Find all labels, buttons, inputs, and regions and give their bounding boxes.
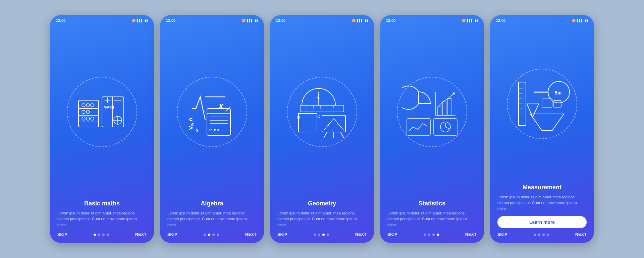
next-button-5[interactable]: NEXT — [575, 232, 587, 237]
wifi-icon-2: 📶 — [242, 19, 246, 22]
screen-title-5: Measurement — [497, 184, 587, 191]
svg-rect-78 — [554, 101, 561, 107]
dot-2-2 — [208, 234, 210, 236]
status-time-1: 12:00 — [56, 18, 65, 22]
status-icons-3: 📶 ▌▌▌ ▮▮ — [352, 19, 368, 22]
status-bar-4: 12:00 📶 ▌▌▌ ▮▮ — [380, 15, 484, 24]
dashed-circle-5: 5m — [507, 69, 577, 139]
dot-1-2 — [98, 234, 100, 236]
status-icons-4: 📶 ▌▌▌ ▮▮ — [462, 19, 478, 22]
wifi-icon-5: 📶 — [572, 19, 576, 22]
next-button-1[interactable]: NEXT — [135, 232, 147, 237]
dot-5-4 — [547, 234, 549, 236]
measurement-icon: 5m — [512, 74, 572, 134]
skip-button-4[interactable]: SKIP — [387, 232, 397, 237]
dashed-circle-2: x a²+b²= < > ≤ ≥ — [177, 77, 247, 147]
signal-icon: ▌▌▌ — [137, 19, 143, 22]
signal-icon-2: ▌▌▌ — [247, 19, 253, 22]
text-section-3: Geometry Lorem ipsum dolor sit dim amet,… — [270, 200, 374, 232]
svg-point-8 — [86, 110, 90, 114]
dot-2-4 — [217, 234, 219, 236]
icon-area-2: x a²+b²= < > ≤ ≥ — [160, 24, 264, 200]
wifi-icon-3: 📶 — [352, 19, 356, 22]
screen-basic-maths: 12:00 📶 ▌▌▌ ▮▮ — [50, 15, 154, 243]
screen-body-2: Lorem ipsum dolor sit dim amet, mea regi… — [167, 210, 257, 228]
next-button-4[interactable]: NEXT — [465, 232, 477, 237]
svg-rect-57 — [443, 102, 446, 115]
skip-button-3[interactable]: SKIP — [277, 232, 287, 237]
dot-5-2 — [538, 234, 540, 236]
wifi-icon: 📶 — [132, 19, 136, 22]
svg-line-64 — [445, 127, 449, 129]
status-bar-5: 12:00 📶 ▌▌▌ ▮▮ — [490, 15, 594, 24]
battery-icon-2: ▮▮ — [255, 19, 258, 22]
dot-5-3 — [542, 234, 545, 236]
status-time-3: 12:00 — [276, 18, 285, 22]
statistics-icon — [402, 82, 462, 142]
screen-geometry: 12:00 📶 ▌▌▌ ▮▮ — [270, 15, 374, 243]
next-button-3[interactable]: NEXT — [355, 232, 367, 237]
dots-4 — [424, 234, 439, 236]
dot-2-3 — [212, 234, 215, 236]
signal-icon-5: ▌▌▌ — [577, 19, 583, 22]
svg-line-53 — [340, 132, 344, 138]
dot-1-1 — [94, 234, 96, 236]
svg-rect-56 — [438, 107, 441, 115]
skip-button-2[interactable]: SKIP — [167, 232, 177, 237]
basic-maths-icon: MATH — [72, 82, 132, 142]
dots-1 — [94, 234, 109, 236]
svg-point-59 — [453, 92, 455, 94]
svg-text:≥: ≥ — [196, 128, 199, 133]
svg-point-10 — [86, 117, 90, 120]
learn-more-button[interactable]: Learn more — [497, 216, 587, 228]
battery-icon: ▮▮ — [145, 19, 148, 22]
signal-icon-3: ▌▌▌ — [357, 19, 363, 22]
screen-algebra: 12:00 📶 ▌▌▌ ▮▮ x — [160, 15, 264, 243]
icon-area-5: 5m — [490, 24, 594, 184]
icon-area-3: A B C a b c — [270, 24, 374, 200]
dot-4-2 — [428, 234, 430, 236]
battery-icon-4: ▮▮ — [475, 19, 478, 22]
text-section-1: Basic maths Lorem ipsum dolor sit dim am… — [50, 200, 154, 232]
svg-text:≤: ≤ — [191, 122, 194, 127]
status-icons-2: 📶 ▌▌▌ ▮▮ — [242, 19, 258, 22]
skip-button-1[interactable]: SKIP — [57, 232, 67, 237]
dot-3-3 — [322, 234, 325, 236]
dot-3-1 — [314, 234, 316, 236]
svg-text:MATH: MATH — [104, 105, 114, 109]
dashed-circle-4 — [397, 77, 467, 147]
svg-point-5 — [86, 104, 90, 107]
svg-point-7 — [82, 110, 85, 114]
icon-area-4 — [380, 24, 484, 200]
text-section-2: Algebra Lorem ipsum dolor sit dim amet, … — [160, 200, 264, 232]
screen-body-3: Lorem ipsum dolor sit dim amet, mea regi… — [277, 210, 367, 228]
dot-1-4 — [107, 234, 109, 236]
bottom-nav-3: SKIP NEXT — [270, 232, 374, 243]
status-time-2: 12:00 — [166, 18, 175, 22]
geometry-icon: A B C a b c — [292, 82, 352, 142]
svg-rect-47 — [322, 115, 345, 132]
svg-marker-76 — [527, 104, 539, 117]
screen-title-2: Algebra — [167, 200, 257, 207]
dot-2-1 — [204, 234, 206, 236]
screen-statistics: 12:00 📶 ▌▌▌ ▮▮ — [380, 15, 484, 243]
screen-title-3: Geometry — [277, 200, 367, 207]
skip-button-5[interactable]: SKIP — [497, 232, 507, 237]
dots-2 — [204, 234, 219, 236]
dot-1-3 — [102, 234, 105, 236]
svg-line-51 — [324, 132, 327, 138]
text-section-4: Statistics Lorem ipsum dolor sit dim ame… — [380, 200, 484, 232]
algebra-icon: x a²+b²= < > ≤ ≥ — [182, 82, 242, 142]
svg-rect-58 — [448, 99, 451, 115]
dot-4-3 — [432, 234, 435, 236]
dots-3 — [314, 234, 329, 236]
next-button-2[interactable]: NEXT — [245, 232, 257, 237]
dashed-circle-3: A B C a b c — [287, 77, 357, 147]
status-bar-3: 12:00 📶 ▌▌▌ ▮▮ — [270, 15, 374, 24]
screen-title-1: Basic maths — [57, 200, 147, 207]
svg-point-6 — [91, 104, 94, 107]
svg-marker-75 — [530, 114, 564, 131]
status-icons-1: 📶 ▌▌▌ ▮▮ — [132, 19, 148, 22]
screen-body-5: Lorem ipsum dolor sit dim amet, mea regi… — [497, 194, 587, 212]
screens-container: 12:00 📶 ▌▌▌ ▮▮ — [50, 15, 594, 243]
